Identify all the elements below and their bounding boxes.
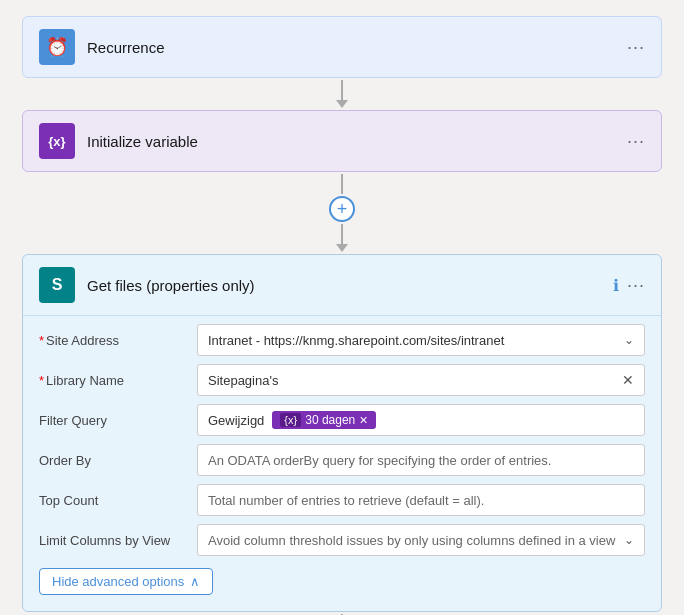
limit-columns-label: Limit Columns by View [39,533,189,548]
site-address-label: *Site Address [39,333,189,348]
flow-container: ⏰ Recurrence ··· {x} Initialize variable… [22,16,662,615]
library-name-label: *Library Name [39,373,189,388]
getfiles-menu[interactable]: ··· [627,275,645,296]
connector-1 [336,80,348,108]
chevron-up-icon: ∧ [190,574,200,589]
info-icon[interactable]: ℹ [613,276,619,295]
order-by-placeholder: An ODATA orderBy query for specifying th… [208,453,551,468]
recurrence-title: Recurrence [87,39,627,56]
top-count-label: Top Count [39,493,189,508]
initialize-menu[interactable]: ··· [627,131,645,152]
recurrence-icon: ⏰ [39,29,75,65]
form-row-filter-query: Filter Query Gewijzigd {x} 30 dagen ✕ [39,404,645,436]
recurrence-card: ⏰ Recurrence ··· [22,16,662,78]
add-step-button-1[interactable]: + [329,196,355,222]
sharepoint-icon: S [39,267,75,303]
site-address-chevron: ⌄ [624,333,634,347]
connector-line-2b [341,224,343,244]
site-address-dropdown[interactable]: Intranet - https://knmg.sharepoint.com/s… [197,324,645,356]
connector-arrow-2 [336,244,348,252]
getfiles-card: S Get files (properties only) ℹ ··· *Sit… [22,254,662,612]
hide-advanced-button[interactable]: Hide advanced options ∧ [39,568,213,595]
library-name-value: Sitepagina's [208,373,278,388]
limit-columns-chevron: ⌄ [624,533,634,547]
top-count-field[interactable]: Total number of entries to retrieve (def… [197,484,645,516]
form-row-site-address: *Site Address Intranet - https://knmg.sh… [39,324,645,356]
top-count-placeholder: Total number of entries to retrieve (def… [208,493,484,508]
initialize-icon: {x} [39,123,75,159]
form-row-top-count: Top Count Total number of entries to ret… [39,484,645,516]
order-by-field[interactable]: An ODATA orderBy query for specifying th… [197,444,645,476]
order-by-label: Order By [39,453,189,468]
limit-columns-value: Avoid column threshold issues by only us… [208,533,615,548]
initialize-title: Initialize variable [87,133,627,150]
hide-advanced-label: Hide advanced options [52,574,184,589]
connector-2: + [329,174,355,252]
connector-arrow-1 [336,100,348,108]
form-row-order-by: Order By An ODATA orderBy query for spec… [39,444,645,476]
form-row-library-name: *Library Name Sitepagina's ✕ [39,364,645,396]
filter-tag: {x} 30 dagen ✕ [272,411,376,429]
site-address-value: Intranet - https://knmg.sharepoint.com/s… [208,333,504,348]
filter-tag-icon: {x} [280,413,301,427]
library-name-field[interactable]: Sitepagina's ✕ [197,364,645,396]
getfiles-header: S Get files (properties only) ℹ ··· [23,255,661,315]
hide-advanced-container: Hide advanced options ∧ [39,564,645,595]
filter-tag-container: Gewijzigd {x} 30 dagen ✕ [208,411,376,429]
getfiles-title: Get files (properties only) [87,277,613,294]
filter-prefix: Gewijzigd [208,413,264,428]
form-row-limit-columns: Limit Columns by View Avoid column thres… [39,524,645,556]
filter-tag-remove[interactable]: ✕ [359,414,368,427]
filter-tag-text: 30 dagen [305,413,355,427]
initialize-card: {x} Initialize variable ··· [22,110,662,172]
limit-columns-dropdown[interactable]: Avoid column threshold issues by only us… [197,524,645,556]
recurrence-menu[interactable]: ··· [627,37,645,58]
library-name-clear[interactable]: ✕ [622,372,634,388]
filter-query-field[interactable]: Gewijzigd {x} 30 dagen ✕ [197,404,645,436]
connector-line-2 [341,174,343,194]
filter-query-label: Filter Query [39,413,189,428]
connector-line-1 [341,80,343,100]
getfiles-form: *Site Address Intranet - https://knmg.sh… [23,316,661,611]
